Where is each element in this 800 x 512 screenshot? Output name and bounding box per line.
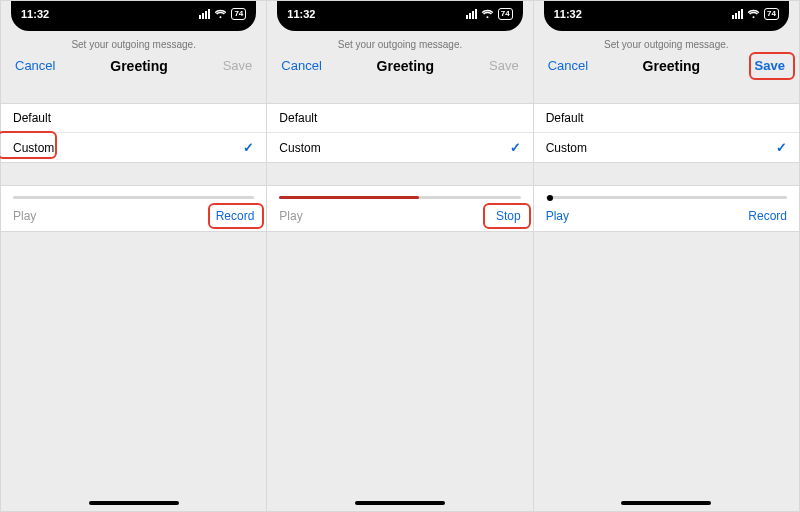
save-button: Save <box>485 56 523 75</box>
play-button[interactable]: Play <box>546 209 569 223</box>
page-title: Greeting <box>377 58 435 74</box>
wifi-icon <box>481 9 494 19</box>
recording-panel: Play Record <box>534 185 799 232</box>
option-custom-label: Custom <box>13 141 54 155</box>
checkmark-icon: ✓ <box>243 140 254 155</box>
option-default-label: Default <box>279 111 317 125</box>
subtitle: Set your outgoing message. <box>534 39 799 50</box>
cellular-icon <box>199 9 210 19</box>
player-controls: Play Stop <box>267 205 532 231</box>
phone-screen-3: 11:32 74 Set your outgoing message. Canc… <box>534 1 799 511</box>
status-time: 11:32 <box>287 8 315 24</box>
page-title: Greeting <box>110 58 168 74</box>
option-custom-label: Custom <box>279 141 320 155</box>
status-bar: 11:32 74 <box>544 1 789 31</box>
battery-icon: 74 <box>764 8 779 20</box>
play-button: Play <box>13 209 36 223</box>
home-indicator[interactable] <box>621 501 711 505</box>
progress-track[interactable] <box>534 186 799 205</box>
cellular-icon <box>466 9 477 19</box>
greeting-options: Default Custom ✓ <box>267 103 532 163</box>
greeting-options: Default Custom ✓ <box>1 103 266 163</box>
option-custom-label: Custom <box>546 141 587 155</box>
status-right: 74 <box>732 8 779 24</box>
status-right: 74 <box>199 8 246 24</box>
phone-screen-2: 11:32 74 Set your outgoing message. Canc… <box>267 1 533 511</box>
wifi-icon <box>747 9 760 19</box>
progress-track[interactable] <box>267 186 532 205</box>
checkmark-icon: ✓ <box>776 140 787 155</box>
cancel-button[interactable]: Cancel <box>11 56 59 75</box>
battery-icon: 74 <box>231 8 246 20</box>
greeting-options: Default Custom ✓ <box>534 103 799 163</box>
player-controls: Play Record <box>1 205 266 231</box>
record-button[interactable]: Record <box>216 209 255 223</box>
option-default[interactable]: Default <box>534 104 799 133</box>
recording-panel: Play Record <box>1 185 266 232</box>
status-bar: 11:32 74 <box>277 1 522 31</box>
page-title: Greeting <box>643 58 701 74</box>
option-default-label: Default <box>546 111 584 125</box>
status-time: 11:32 <box>21 8 49 24</box>
nav-bar: Cancel Greeting Save <box>267 50 532 85</box>
cancel-button[interactable]: Cancel <box>544 56 592 75</box>
option-default[interactable]: Default <box>1 104 266 133</box>
phone-screen-1: 11:32 74 Set your outgoing message. Canc… <box>1 1 267 511</box>
record-button[interactable]: Record <box>748 209 787 223</box>
nav-bar: Cancel Greeting Save <box>1 50 266 85</box>
wifi-icon <box>214 9 227 19</box>
option-custom[interactable]: Custom ✓ <box>267 133 532 162</box>
stop-button[interactable]: Stop <box>496 209 521 223</box>
subtitle: Set your outgoing message. <box>267 39 532 50</box>
subtitle: Set your outgoing message. <box>1 39 266 50</box>
checkmark-icon: ✓ <box>510 140 521 155</box>
player-controls: Play Record <box>534 205 799 231</box>
option-default-label: Default <box>13 111 51 125</box>
cellular-icon <box>732 9 743 19</box>
home-indicator[interactable] <box>89 501 179 505</box>
triptych-container: 11:32 74 Set your outgoing message. Canc… <box>0 0 800 512</box>
save-button[interactable]: Save <box>751 56 789 75</box>
battery-icon: 74 <box>498 8 513 20</box>
option-custom[interactable]: Custom ✓ <box>1 133 266 162</box>
progress-track[interactable] <box>1 186 266 205</box>
option-default[interactable]: Default <box>267 104 532 133</box>
status-bar: 11:32 74 <box>11 1 256 31</box>
recording-panel: Play Stop <box>267 185 532 232</box>
nav-bar: Cancel Greeting Save <box>534 50 799 85</box>
cancel-button[interactable]: Cancel <box>277 56 325 75</box>
status-right: 74 <box>466 8 513 24</box>
status-time: 11:32 <box>554 8 582 24</box>
option-custom[interactable]: Custom ✓ <box>534 133 799 162</box>
play-button: Play <box>279 209 302 223</box>
save-button: Save <box>219 56 257 75</box>
home-indicator[interactable] <box>355 501 445 505</box>
